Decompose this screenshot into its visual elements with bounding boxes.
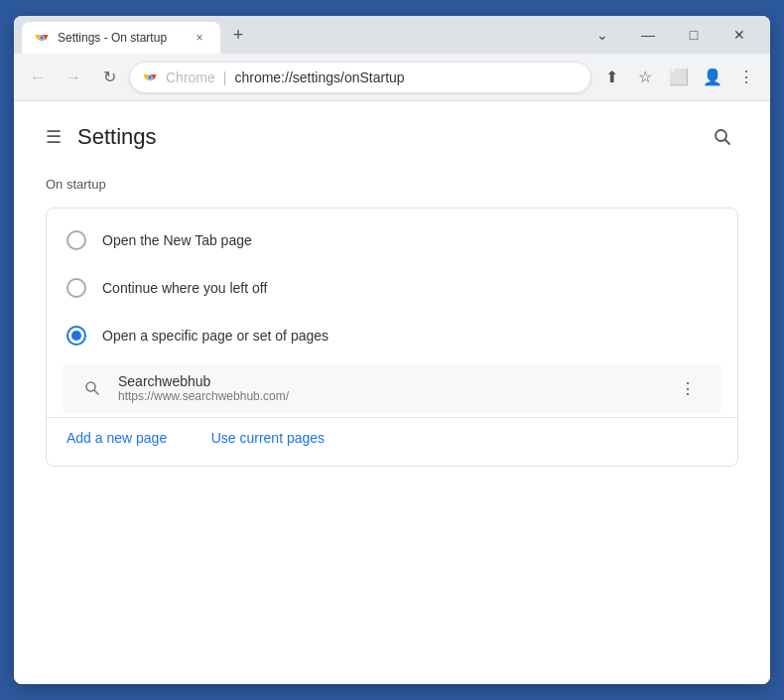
svg-line-9 [94,390,98,394]
search-icon-svg [714,128,731,146]
minimize-btn[interactable]: — [625,16,671,54]
title-bar-controls: ⌄ — □ ✕ [580,16,762,54]
settings-content: rk.com ☰ Settings On startup [14,101,770,684]
back-button[interactable]: ← [22,62,54,93]
bookmark-button[interactable]: ☆ [629,62,661,93]
title-bar: Settings - On startup × + ⌄ — □ ✕ [14,16,770,54]
option-continue-label: Continue where you left off [102,280,267,296]
option-continue[interactable]: Continue where you left off [47,264,737,312]
toolbar: ← → ↻ Chrome | chrome://settings/onStart… [14,54,770,101]
use-current-pages-btn[interactable]: Use current pages [192,418,344,458]
maximize-btn[interactable]: □ [671,16,717,54]
url-text: chrome://settings/onStartup [234,70,579,85]
section-label: On startup [46,177,738,192]
share-button[interactable]: ⬆ [595,62,627,93]
startup-options-card: Open the New Tab page Continue where you… [46,208,738,467]
option-specific[interactable]: Open a specific page or set of pages [47,312,737,359]
profile-button[interactable]: 👤 [697,62,728,93]
startup-page-entry: Searchwebhub https://www.searchwebhub.co… [63,363,721,413]
svg-line-7 [725,140,730,145]
page-name: Searchwebhub [118,373,658,389]
split-button[interactable]: ⬜ [663,62,695,93]
radio-new-tab[interactable] [66,230,86,250]
settings-search-button[interactable] [707,121,738,153]
active-tab[interactable]: Settings - On startup × [22,22,220,54]
radio-continue[interactable] [66,278,86,298]
forward-button[interactable]: → [58,62,89,93]
settings-main: rk.com ☰ Settings On startup [14,101,770,684]
hamburger-menu-icon[interactable]: ☰ [46,126,62,148]
option-new-tab-label: Open the New Tab page [102,232,252,248]
chrome-address-icon [142,70,158,85]
address-bar[interactable]: Chrome | chrome://settings/onStartup [129,62,591,93]
settings-header: ☰ Settings [46,121,738,153]
pipe-separator: | [223,70,227,85]
dropdown-btn[interactable]: ⌄ [580,16,625,54]
page-search-icon [82,378,102,398]
radio-specific[interactable] [66,326,86,346]
svg-point-2 [40,36,44,40]
settings-title: Settings [77,124,157,150]
option-new-tab[interactable]: Open the New Tab page [47,216,737,264]
toolbar-actions: ⬆ ☆ ⬜ 👤 ⋮ [595,62,762,93]
reload-button[interactable]: ↻ [93,62,125,93]
browser-window: Settings - On startup × + ⌄ — □ ✕ ← → ↻ [14,16,770,684]
page-entry-menu-btn[interactable]: ⋮ [674,374,702,402]
page-entry-info: Searchwebhub https://www.searchwebhub.co… [118,373,658,403]
address-separator: Chrome [166,70,215,85]
page-url: https://www.searchwebhub.com/ [118,389,658,403]
tab-title: Settings - On startup [58,31,183,45]
menu-button[interactable]: ⋮ [730,62,762,93]
option-specific-label: Open a specific page or set of pages [102,328,328,344]
close-btn[interactable]: ✕ [717,16,762,54]
settings-header-left: ☰ Settings [46,124,157,150]
new-tab-button[interactable]: + [224,21,252,49]
add-new-page-btn[interactable]: Add a new page [47,418,187,458]
svg-point-5 [148,75,152,79]
tab-close-btn[interactable]: × [191,29,208,47]
chrome-tab-icon [34,30,50,46]
